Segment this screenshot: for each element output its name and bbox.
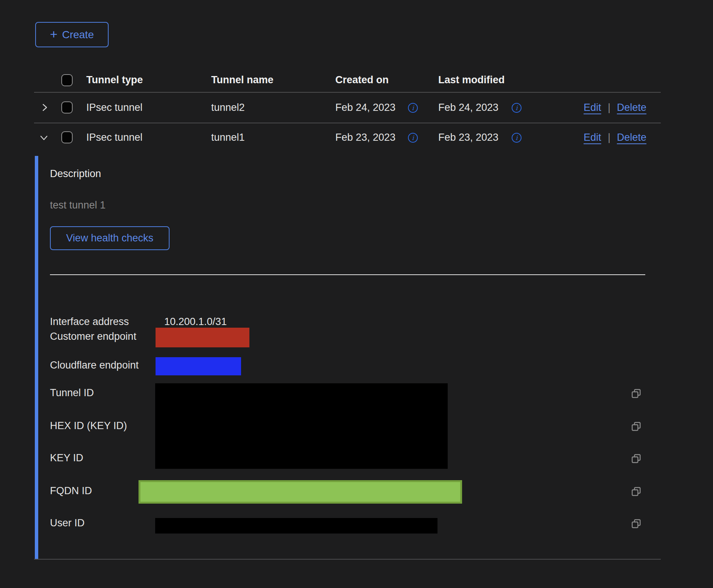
create-button[interactable]: + Create: [35, 22, 109, 47]
column-header-tunnel-name: Tunnel name: [211, 74, 274, 86]
action-separator: |: [608, 102, 610, 114]
created-on-info-icon[interactable]: i: [408, 133, 418, 143]
ipsec-tunnels-page: + Create Tunnel type Tunnel name Created…: [0, 0, 713, 588]
last-modified-cell: Feb 23, 2023: [438, 132, 498, 143]
header-divider: [34, 92, 661, 93]
copy-fqdn-id-icon[interactable]: [630, 486, 642, 497]
last-modified-info-icon[interactable]: i: [512, 103, 522, 113]
interface-address-label: Interface address: [50, 316, 129, 328]
plus-icon: +: [50, 28, 58, 40]
action-separator: |: [608, 132, 610, 143]
hex-id-label: HEX ID (KEY ID): [50, 420, 127, 432]
created-on-info-icon[interactable]: i: [408, 103, 418, 113]
customer-endpoint-redacted-value: [156, 328, 249, 347]
chevron-down-icon[interactable]: [39, 132, 49, 143]
user-id-redacted-value: [155, 518, 437, 534]
interface-address-value: 10.200.1.0/31: [164, 316, 227, 328]
created-on-cell: Feb 23, 2023: [335, 132, 395, 143]
edit-link-tunnel1[interactable]: Edit: [584, 132, 601, 143]
customer-endpoint-label: Customer endpoint: [50, 331, 136, 342]
tunnel-name-cell: tunnel1: [211, 132, 245, 143]
last-modified-cell: Feb 24, 2023: [438, 102, 498, 114]
copy-key-id-icon[interactable]: [630, 453, 642, 464]
copy-tunnel-id-icon[interactable]: [630, 388, 642, 399]
column-header-last-modified: Last modified: [438, 74, 505, 86]
chevron-right-icon[interactable]: [39, 102, 50, 113]
created-on-cell: Feb 24, 2023: [335, 102, 395, 114]
fqdn-id-label: FQDN ID: [50, 485, 92, 497]
column-header-tunnel-type: Tunnel type: [86, 74, 143, 86]
row-checkbox-tunnel1[interactable]: [61, 131, 73, 143]
expanded-row-accent-bar: [35, 156, 38, 559]
cloudflare-endpoint-label: Cloudflare endpoint: [50, 359, 139, 371]
description-label: Description: [50, 168, 101, 180]
tunnel-type-cell: IPsec tunnel: [86, 102, 143, 114]
column-header-created-on: Created on: [335, 74, 389, 86]
tunnel-id-label: Tunnel ID: [50, 387, 94, 399]
select-all-checkbox[interactable]: [61, 74, 73, 86]
copy-hex-id-icon[interactable]: [630, 421, 642, 432]
fqdn-id-redacted-value: [139, 480, 462, 504]
tunnel-name-cell: tunnel2: [211, 102, 245, 114]
row-checkbox-tunnel2[interactable]: [61, 101, 73, 114]
table-bottom-divider: [34, 559, 661, 560]
description-value: test tunnel 1: [50, 199, 106, 211]
copy-user-id-icon[interactable]: [630, 518, 642, 529]
key-id-label: KEY ID: [50, 452, 83, 464]
create-button-label: Create: [62, 29, 94, 41]
panel-divider: [50, 274, 645, 275]
row-divider: [34, 123, 661, 123]
user-id-label: User ID: [50, 517, 85, 529]
tunnel-type-cell: IPsec tunnel: [86, 132, 143, 143]
cloudflare-endpoint-redacted-value: [156, 357, 241, 375]
delete-link-tunnel1[interactable]: Delete: [617, 132, 646, 143]
view-health-checks-button[interactable]: View health checks: [50, 226, 170, 250]
ids-redacted-value-block: [155, 383, 448, 469]
last-modified-info-icon[interactable]: i: [512, 133, 522, 143]
delete-link-tunnel2[interactable]: Delete: [617, 102, 646, 114]
edit-link-tunnel2[interactable]: Edit: [584, 102, 601, 114]
